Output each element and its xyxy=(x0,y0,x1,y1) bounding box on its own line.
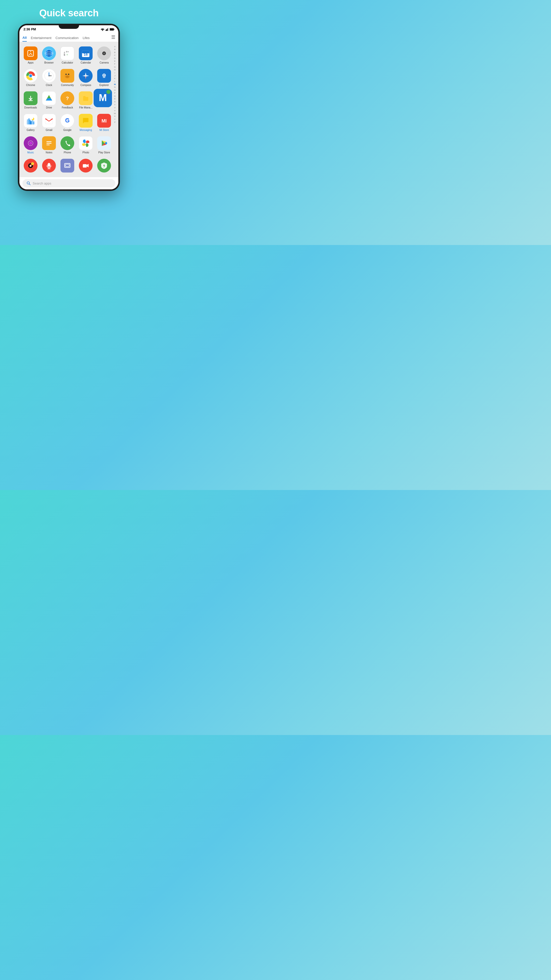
app-item-apps[interactable]: Apps xyxy=(21,45,40,65)
tab-lifestyle[interactable]: Lifes xyxy=(83,35,89,41)
app-item-downloads[interactable]: Downloads xyxy=(21,89,40,110)
alpha-r[interactable]: R xyxy=(114,98,116,100)
alpha-m[interactable]: M xyxy=(114,83,116,86)
app-item-mistore[interactable]: MI Mi Store xyxy=(95,112,113,133)
alpha-k[interactable]: K xyxy=(114,77,116,80)
notes-icon xyxy=(42,136,56,150)
alpha-q[interactable]: Q xyxy=(114,95,116,97)
alpha-f[interactable]: F xyxy=(114,63,116,65)
alpha-w[interactable]: W xyxy=(114,112,116,115)
app-item-photo[interactable]: Photo xyxy=(76,134,95,155)
tab-entertainment[interactable]: Entertainment xyxy=(31,35,52,41)
svg-text:♪: ♪ xyxy=(32,162,33,165)
compass-icon xyxy=(79,69,93,83)
svg-point-53 xyxy=(106,90,110,94)
app-item-filemanager[interactable]: File Mana... xyxy=(76,89,95,110)
search-placeholder: Search apps xyxy=(33,181,51,185)
svg-text:G: G xyxy=(65,118,69,123)
svg-point-36 xyxy=(65,74,67,75)
alpha-hash[interactable]: # xyxy=(114,45,115,48)
app-item-notes[interactable]: Notes xyxy=(40,134,58,155)
alpha-x[interactable]: X xyxy=(114,115,116,118)
svg-text:$: $ xyxy=(66,51,67,53)
app-item-feedback[interactable]: ? Feedback xyxy=(58,89,76,110)
app-grid-container: Apps Browser xyxy=(19,42,118,177)
alpha-y[interactable]: Y xyxy=(114,118,116,121)
alpha-e[interactable]: E xyxy=(114,60,116,62)
alpha-s[interactable]: S xyxy=(114,100,116,103)
svg-point-23 xyxy=(104,53,105,54)
google-icon: G G xyxy=(60,114,74,127)
alpha-n[interactable]: N xyxy=(114,86,116,89)
app-label-filemanager: File Mana... xyxy=(79,106,92,109)
app-item-phone[interactable]: Phone xyxy=(58,134,76,155)
app-item-security[interactable] xyxy=(95,157,113,175)
photo-icon xyxy=(79,136,93,150)
app-item-screencast[interactable] xyxy=(58,157,76,175)
app-item-m-badge[interactable]: M xyxy=(95,89,113,110)
alpha-v[interactable]: V xyxy=(114,110,116,112)
videocall-icon xyxy=(79,159,93,172)
app-item-drive[interactable]: Drive xyxy=(40,89,58,110)
svg-rect-1 xyxy=(106,29,107,30)
app-item-playstore[interactable]: Play Store xyxy=(95,134,113,155)
svg-rect-60 xyxy=(33,122,34,124)
camera-icon xyxy=(97,46,111,60)
app-item-clock[interactable]: Clock xyxy=(40,67,58,88)
app-label-phone: Phone xyxy=(64,151,71,154)
app-item-compass[interactable]: Compass xyxy=(76,67,95,88)
app-label-clock: Clock xyxy=(46,84,52,87)
alpha-o[interactable]: O xyxy=(114,89,116,92)
app-item-calculator[interactable]: + $ π $ = Calculator xyxy=(58,45,76,65)
svg-rect-74 xyxy=(46,143,52,144)
alpha-t[interactable]: T xyxy=(114,103,116,106)
alpha-j[interactable]: J xyxy=(114,75,115,77)
app-item-google[interactable]: G G Google xyxy=(58,112,76,133)
app-item-calendar[interactable]: 16 Calendar xyxy=(76,45,95,65)
app-item-messaging[interactable]: Messaging xyxy=(76,112,95,133)
app-item-videocall[interactable] xyxy=(76,157,95,175)
svg-rect-0 xyxy=(106,30,106,31)
alpha-b[interactable]: B xyxy=(114,51,116,54)
feedback-icon: ? xyxy=(60,91,74,105)
alpha-g[interactable]: G xyxy=(114,66,116,68)
app-label-apps: Apps xyxy=(28,61,34,64)
app-label-photo: Photo xyxy=(83,151,89,154)
alpha-c[interactable]: C xyxy=(114,54,116,57)
gallery-icon xyxy=(24,114,38,127)
app-label-compass: Compass xyxy=(80,84,91,87)
app-item-gmail[interactable]: Gmail xyxy=(40,112,58,133)
app-item-community[interactable]: Community xyxy=(58,67,76,88)
alpha-a[interactable]: A xyxy=(114,48,116,51)
calculator-icon: + $ π $ = xyxy=(60,46,74,60)
app-item-browser[interactable]: Browser xyxy=(40,45,58,65)
app-item-camera[interactable]: Camera xyxy=(95,45,113,65)
alpha-p[interactable]: P xyxy=(114,92,116,94)
alpha-l[interactable]: L xyxy=(114,80,115,83)
app-label-browser: Browser xyxy=(44,61,54,64)
tab-all[interactable]: All xyxy=(22,34,27,41)
svg-rect-94 xyxy=(83,164,87,167)
m-badge-icon: M xyxy=(94,89,112,107)
app-item-music[interactable]: Music xyxy=(21,134,40,155)
svg-point-40 xyxy=(85,75,86,76)
app-item-recorder[interactable] xyxy=(40,157,58,175)
app-item-ytmusic[interactable]: ▶ ♪ xyxy=(21,157,40,175)
search-input-container[interactable]: Search apps xyxy=(22,179,115,187)
alpha-h[interactable]: H xyxy=(114,68,116,71)
chrome-icon xyxy=(24,69,38,83)
alpha-d[interactable]: D xyxy=(114,57,116,60)
menu-icon[interactable]: ☰ xyxy=(111,35,115,41)
app-label-messaging: Messaging xyxy=(79,129,92,132)
app-label-downloads: Downloads xyxy=(24,106,37,109)
app-item-chrome[interactable]: Chrome xyxy=(21,67,40,88)
tab-communication[interactable]: Communication xyxy=(56,35,79,41)
app-item-explorer[interactable]: Explorer xyxy=(95,67,113,88)
alpha-z[interactable]: Z xyxy=(114,121,116,124)
app-label-mistore: Mi Store xyxy=(100,129,109,132)
alpha-i[interactable]: I xyxy=(114,72,115,74)
svg-rect-45 xyxy=(103,77,105,78)
app-item-gallery[interactable]: Gallery xyxy=(21,112,40,133)
community-icon xyxy=(60,69,74,83)
alpha-u[interactable]: U xyxy=(114,107,116,109)
